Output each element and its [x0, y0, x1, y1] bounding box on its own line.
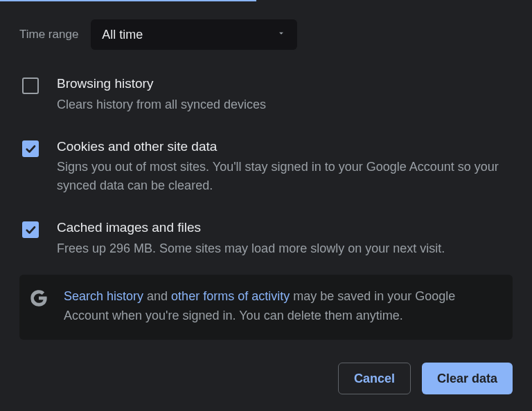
- chevron-down-icon: [276, 28, 286, 41]
- option-desc: Clears history from all synced devices: [57, 95, 513, 114]
- clear-browsing-data-dialog: Time range All time Browsing history Cle…: [0, 0, 532, 411]
- option-title: Cookies and other site data: [57, 138, 513, 156]
- google-account-info-panel: Search history and other forms of activi…: [19, 275, 513, 340]
- option-title: Browsing history: [57, 75, 513, 93]
- checkbox-cache[interactable]: [22, 221, 39, 238]
- option-desc: Signs you out of most sites. You'll stay…: [57, 158, 513, 195]
- option-desc: Frees up 296 MB. Some sites may load mor…: [57, 239, 513, 258]
- google-g-icon: [29, 289, 48, 311]
- checkbox-cookies[interactable]: [22, 140, 39, 157]
- option-cookies: Cookies and other site data Signs you ou…: [19, 128, 513, 210]
- accent-bar: [0, 0, 256, 1]
- link-search-history[interactable]: Search history: [64, 289, 143, 303]
- option-title: Cached images and files: [57, 219, 513, 237]
- info-text: Search history and other forms of activi…: [64, 287, 499, 326]
- info-text-and: and: [143, 289, 171, 303]
- time-range-row: Time range All time: [19, 0, 513, 65]
- option-browsing-history: Browsing history Clears history from all…: [19, 65, 513, 128]
- option-cache: Cached images and files Frees up 296 MB.…: [19, 209, 513, 272]
- clear-data-button[interactable]: Clear data: [422, 363, 513, 394]
- clear-data-button-label: Clear data: [437, 372, 497, 386]
- time-range-value: All time: [102, 28, 143, 42]
- cancel-button-label: Cancel: [354, 372, 395, 386]
- time-range-select[interactable]: All time: [91, 19, 297, 50]
- cancel-button[interactable]: Cancel: [338, 363, 411, 394]
- option-text: Browsing history Clears history from all…: [57, 75, 513, 114]
- link-other-activity[interactable]: other forms of activity: [171, 289, 290, 303]
- check-icon: [24, 223, 37, 236]
- check-icon: [24, 143, 37, 155]
- checkbox-browsing-history[interactable]: [22, 77, 39, 94]
- button-row: Cancel Clear data: [338, 363, 513, 394]
- option-text: Cookies and other site data Signs you ou…: [57, 138, 513, 196]
- time-range-label: Time range: [19, 28, 78, 42]
- option-text: Cached images and files Frees up 296 MB.…: [57, 219, 513, 258]
